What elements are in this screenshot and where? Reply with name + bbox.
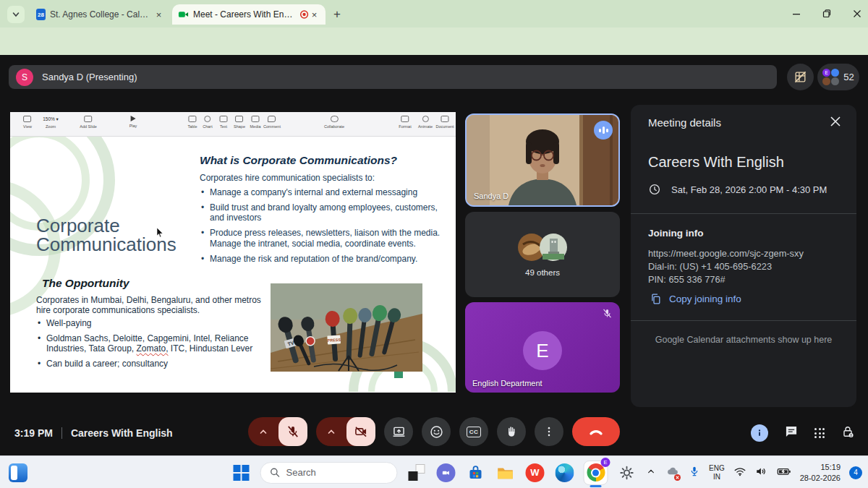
close-tab-icon[interactable]: × (154, 9, 163, 20)
bullet-item: Build trust and brand loyalty among empl… (200, 202, 444, 223)
tool-format[interactable]: Format (399, 116, 411, 129)
battery-tray-icon[interactable] (777, 464, 791, 481)
tool-animate[interactable]: Animate (418, 116, 433, 129)
close-tab-icon[interactable]: × (309, 9, 320, 20)
new-tab-button[interactable]: + (329, 7, 345, 22)
calendar-favicon: 28 (36, 9, 46, 20)
avatar (822, 77, 830, 85)
participant-name: Sandya D (474, 192, 509, 200)
file-explorer-button[interactable] (495, 462, 516, 484)
restore-icon (822, 9, 831, 18)
change-layout-button[interactable] (787, 64, 814, 90)
end-call-icon (587, 423, 605, 440)
mic-in-use-tray-icon[interactable] (689, 466, 700, 480)
video-tile-sandya[interactable]: Sandya D (465, 114, 620, 207)
browser-tab-strip: 28 St. Agnes College - Calendar - S × Me… (0, 0, 868, 27)
slide-content: Corporate Communications What is Corpora… (10, 137, 456, 392)
raise-hand-button[interactable] (497, 417, 526, 446)
window-close-button[interactable] (846, 4, 868, 23)
camera-options-button[interactable] (316, 417, 346, 446)
settings-button[interactable] (616, 462, 638, 484)
emoji-smile-icon (429, 424, 444, 440)
copy-joining-info-button[interactable]: Copy joining info (650, 293, 741, 305)
clock[interactable]: 15:19 28-02-2026 (800, 462, 841, 483)
more-options-button[interactable] (535, 417, 563, 446)
edge-button[interactable] (554, 462, 576, 484)
others-avatars (521, 233, 564, 262)
participants-pill[interactable]: E 52 (817, 64, 859, 90)
window-restore-button[interactable] (816, 4, 838, 23)
teams-chat-button[interactable] (435, 462, 457, 484)
copy-icon (650, 293, 662, 305)
tab-search-button[interactable] (7, 6, 25, 23)
search-placeholder: Search (286, 467, 316, 478)
tool-shape[interactable]: Shape (234, 116, 245, 129)
onedrive-tray-icon[interactable] (665, 464, 680, 481)
mic-options-button[interactable] (248, 417, 278, 446)
presenting-label: Sandya D (Presenting) (42, 72, 137, 82)
tool-collaborate[interactable]: Collaborate (324, 116, 344, 129)
avatar (831, 69, 839, 77)
current-time: 3:19 PM (14, 427, 53, 439)
reactions-button[interactable] (422, 417, 451, 446)
meeting-code-label: Careers With English (71, 427, 173, 439)
tray-time: 15:19 (800, 462, 841, 472)
tool-zoom[interactable]: 150% ▾Zoom (43, 116, 59, 129)
taskbar-search[interactable]: Search (260, 462, 398, 484)
language-indicator[interactable]: ENGIN (709, 464, 725, 481)
keynote-toolbar: View 150% ▾Zoom Add Slide Play Table Cha… (10, 112, 456, 137)
wps-office-button[interactable]: W (524, 462, 546, 484)
window-minimize-button[interactable] (786, 4, 807, 23)
tab-meet[interactable]: Meet - Careers With English × (172, 4, 326, 25)
volume-tray-icon[interactable] (755, 465, 768, 481)
mic-icon (689, 466, 700, 477)
mic-off-button[interactable] (278, 417, 307, 446)
tool-comment[interactable]: Comment (263, 116, 281, 129)
chart-icon (204, 116, 210, 122)
grid-off-icon (793, 70, 807, 84)
wifi-tray-icon[interactable] (733, 465, 746, 481)
chat-button[interactable] (784, 424, 799, 442)
widgets-button[interactable] (9, 463, 27, 482)
presenter-avatar: S (16, 69, 33, 86)
host-controls-button[interactable] (841, 424, 855, 442)
close-panel-button[interactable] (829, 115, 843, 129)
leave-call-button[interactable] (572, 417, 620, 446)
attachments-note: Google Calendar attachments show up here (631, 335, 856, 345)
joining-url: https://meet.google.com/sjc-zgem-sxy (648, 248, 804, 259)
activities-button[interactable] (814, 428, 825, 438)
chevron-down-icon (12, 10, 20, 19)
chrome-button-active[interactable]: E (584, 461, 608, 485)
notification-count-badge[interactable]: 4 (849, 466, 862, 479)
tab-calendar[interactable]: 28 St. Agnes College - Calendar - S × (30, 4, 169, 25)
chrome-profile-badge: E (601, 458, 610, 467)
task-view-button[interactable] (406, 462, 427, 484)
start-button[interactable] (231, 462, 252, 484)
error-badge (674, 474, 681, 481)
present-screen-icon (391, 424, 407, 440)
tool-text[interactable]: Text (220, 116, 228, 129)
tool-add-slide[interactable]: Add Slide (80, 116, 97, 129)
video-tile-others[interactable]: 49 others (465, 212, 620, 297)
camera-off-button[interactable] (346, 417, 375, 446)
animate-icon (422, 116, 429, 122)
tool-media[interactable]: Media (250, 116, 261, 129)
camera-off-icon (354, 424, 368, 439)
tool-chart[interactable]: Chart (203, 116, 212, 129)
presenting-banner: S Sandya D (Presenting) (9, 65, 777, 89)
tool-table[interactable]: Table (187, 116, 197, 129)
avatar: E (822, 69, 830, 77)
tray-overflow-button[interactable] (645, 466, 657, 480)
tool-document[interactable]: Document (435, 116, 454, 129)
microsoft-store-button[interactable] (465, 462, 487, 484)
tool-view[interactable]: View (23, 116, 32, 129)
captions-button[interactable]: CC (459, 417, 488, 446)
tool-play[interactable]: Play (129, 116, 137, 128)
meeting-details-button[interactable] (751, 424, 768, 442)
tray-date: 28-02-2026 (800, 473, 841, 483)
bullet-item: Manage a company's internal and external… (200, 187, 444, 197)
department-avatar: E (523, 331, 562, 370)
video-tile-english-department[interactable]: E English Department (465, 302, 620, 393)
slide-section-title: What is Corporate Communications? (200, 154, 397, 167)
present-screen-button[interactable] (384, 417, 413, 446)
